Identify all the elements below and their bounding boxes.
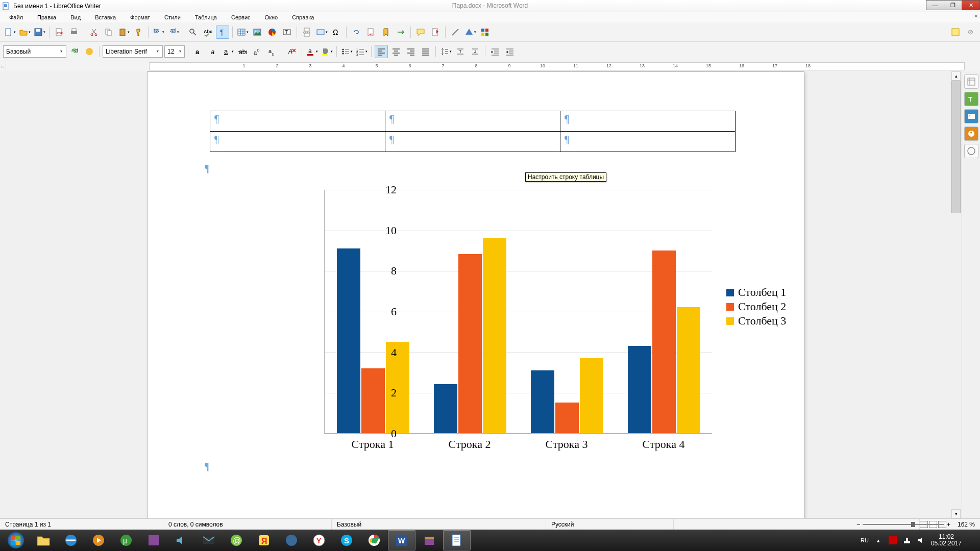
table-cell[interactable]: ¶ bbox=[210, 111, 385, 132]
new-style-button[interactable] bbox=[83, 45, 96, 58]
sidebar-manage-changes-icon[interactable] bbox=[964, 144, 978, 158]
draw-functions-button[interactable] bbox=[478, 26, 492, 39]
export-pdf-button[interactable]: PDF bbox=[53, 26, 66, 39]
insert-textbox-button[interactable]: T bbox=[280, 26, 293, 39]
zoom-slider[interactable]: − + bbox=[863, 521, 944, 528]
taskbar-winrar-icon[interactable] bbox=[415, 530, 443, 550]
undo-button[interactable]: ▾ bbox=[152, 26, 165, 39]
line-spacing-button[interactable]: ▾ bbox=[439, 45, 452, 58]
tray-language[interactable]: RU bbox=[861, 537, 869, 543]
minimize-button[interactable]: — bbox=[926, 0, 944, 10]
open-button[interactable]: ▾ bbox=[18, 26, 31, 39]
italic-button[interactable]: a bbox=[206, 45, 219, 58]
table-cell[interactable]: ¶ bbox=[385, 111, 560, 132]
scroll-down-button[interactable]: ▾ bbox=[951, 509, 961, 518]
comment-button[interactable] bbox=[414, 26, 427, 39]
taskbar-word-icon[interactable]: W bbox=[388, 530, 415, 550]
tray-flag-icon[interactable] bbox=[888, 536, 897, 545]
tray-network-icon[interactable] bbox=[902, 536, 912, 545]
menu-help[interactable]: Справка bbox=[286, 14, 320, 20]
superscript-button[interactable]: ab bbox=[251, 45, 264, 58]
menu-tools[interactable]: Сервис bbox=[225, 14, 257, 20]
clear-format-button[interactable]: A bbox=[285, 45, 299, 58]
update-style-button[interactable] bbox=[68, 45, 81, 58]
cross-reference-button[interactable] bbox=[394, 26, 407, 39]
taskbar-writer-icon[interactable] bbox=[443, 530, 471, 550]
scroll-up-button[interactable]: ▴ bbox=[951, 71, 961, 81]
cut-button[interactable] bbox=[87, 26, 101, 39]
insert-chart-button[interactable] bbox=[265, 26, 279, 39]
taskbar-app-icon[interactable] bbox=[140, 530, 167, 550]
close-button[interactable]: ✕ bbox=[962, 0, 980, 10]
chart-object[interactable]: Столбец 1Столбец 2Столбец 3 024681012Стр… bbox=[224, 178, 791, 463]
highlight-button[interactable]: ▾ bbox=[320, 45, 333, 58]
show-desktop-button[interactable] bbox=[969, 530, 974, 550]
taskbar-ybrowser-icon[interactable]: Y bbox=[305, 530, 333, 550]
taskbar-mail-icon[interactable] bbox=[195, 530, 223, 550]
find-button[interactable] bbox=[186, 26, 200, 39]
taskbar-ie-icon[interactable] bbox=[57, 530, 85, 550]
insert-symbol-button[interactable]: Ω bbox=[330, 26, 343, 39]
taskbar-explorer-icon[interactable] bbox=[30, 530, 57, 550]
menu-table[interactable]: Таблица bbox=[189, 14, 223, 20]
hyperlink-button[interactable] bbox=[350, 26, 363, 39]
font-size-combo[interactable]: ▾ bbox=[164, 45, 185, 58]
spellcheck-button[interactable]: Abc bbox=[201, 26, 214, 39]
bookmark-button[interactable] bbox=[379, 26, 393, 39]
insert-field-button[interactable]: ▾ bbox=[315, 26, 328, 39]
clone-format-button[interactable] bbox=[132, 26, 145, 39]
save-button[interactable]: ▾ bbox=[33, 26, 46, 39]
page-break-button[interactable] bbox=[300, 26, 313, 39]
menu-window[interactable]: Окно bbox=[259, 14, 284, 20]
scroll-thumb[interactable] bbox=[951, 81, 961, 213]
basic-shapes-button[interactable]: ▾ bbox=[463, 26, 477, 39]
sidebar-gallery-icon[interactable] bbox=[964, 109, 978, 123]
menu-insert[interactable]: Вставка bbox=[89, 14, 122, 20]
font-name-input[interactable] bbox=[105, 47, 155, 56]
table-row[interactable]: ¶ ¶ ¶ bbox=[210, 111, 736, 132]
close-doc-button[interactable]: ⊘ bbox=[964, 26, 977, 39]
numbering-button[interactable]: 123▾ bbox=[355, 45, 368, 58]
vertical-scrollbar[interactable]: ▴ ▾ bbox=[951, 71, 961, 518]
maximize-button[interactable]: ❐ bbox=[944, 0, 962, 10]
align-center-button[interactable] bbox=[389, 45, 403, 58]
table-cell[interactable]: ¶ bbox=[560, 132, 736, 152]
taskbar-media-icon[interactable] bbox=[85, 530, 112, 550]
align-right-button[interactable] bbox=[404, 45, 418, 58]
taskbar-yandex-icon[interactable]: Я bbox=[250, 530, 278, 550]
document-page[interactable]: ¶ ¶ ¶ ¶ ¶ ¶ ¶ Настроить строку таблицы С… bbox=[147, 71, 804, 518]
start-button[interactable] bbox=[2, 530, 30, 550]
copy-button[interactable] bbox=[102, 26, 115, 39]
font-name-combo[interactable]: ▾ bbox=[103, 45, 163, 58]
status-word-count[interactable]: 0 слов, 0 символов bbox=[163, 519, 332, 530]
table-cell[interactable]: ¶ bbox=[210, 132, 385, 152]
taskbar-sound-icon[interactable] bbox=[167, 530, 195, 550]
insert-image-button[interactable] bbox=[251, 26, 264, 39]
footnote-button[interactable]: ab bbox=[364, 26, 378, 39]
document-table[interactable]: ¶ ¶ ¶ ¶ ¶ ¶ bbox=[210, 111, 736, 152]
font-color-button[interactable]: a▾ bbox=[305, 45, 318, 58]
decrease-indent-button[interactable] bbox=[503, 45, 517, 58]
sidebar-styles-icon[interactable]: T bbox=[964, 92, 978, 106]
horizontal-ruler[interactable]: 123456789101112131415161718 bbox=[149, 62, 965, 70]
taskbar-agent-icon[interactable]: @ bbox=[223, 530, 250, 550]
status-language[interactable]: Русский bbox=[546, 519, 674, 530]
line-button[interactable] bbox=[449, 26, 462, 39]
bullets-button[interactable]: ▾ bbox=[340, 45, 353, 58]
menu-file[interactable]: Файл bbox=[3, 14, 29, 20]
menu-format[interactable]: Формат bbox=[124, 14, 156, 20]
increase-indent-button[interactable] bbox=[488, 45, 502, 58]
subscript-button[interactable]: ab bbox=[265, 45, 279, 58]
table-cell[interactable]: ¶ bbox=[560, 111, 736, 132]
increase-spacing-button[interactable] bbox=[454, 45, 467, 58]
menu-edit[interactable]: Правка bbox=[31, 14, 62, 20]
insert-table-button[interactable]: ▾ bbox=[236, 26, 249, 39]
taskbar-utorrent-icon[interactable]: µ bbox=[112, 530, 140, 550]
track-changes-button[interactable] bbox=[429, 26, 442, 39]
justify-button[interactable] bbox=[419, 45, 432, 58]
paste-button[interactable]: ▾ bbox=[117, 26, 130, 39]
tray-clock[interactable]: 11:02 05.02.2017 bbox=[931, 534, 962, 547]
bold-button[interactable]: a bbox=[191, 45, 205, 58]
status-style[interactable]: Базовый bbox=[332, 519, 546, 530]
tray-volume-icon[interactable] bbox=[917, 536, 926, 545]
